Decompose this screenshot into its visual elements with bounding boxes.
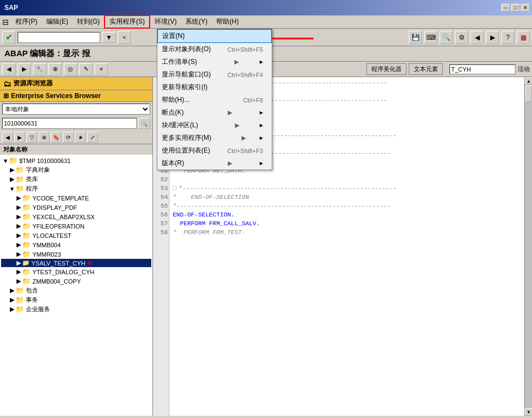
show-nav-label: 显示导航窗口(G)	[162, 70, 211, 79]
update-nav-label: 更新导航索引(I)	[162, 83, 207, 92]
show-obj-shortcut: Ctrl+Shift+F5	[227, 46, 263, 53]
utilities-dropdown-menu: 设置(N) 显示对象列表(O) Ctrl+Shift+F5 工作清单(S) ▶ …	[157, 29, 272, 170]
more-utils-label: 更多实用程序(M)	[162, 133, 211, 143]
usage-list-label: 使用位置列表(E)	[162, 146, 210, 155]
menu-item-update-nav[interactable]: 更新导航索引(I)	[157, 81, 272, 94]
version-label: 版本(R)	[162, 159, 184, 168]
settings-label: 设置(N)	[162, 31, 185, 41]
worklist-label: 工作清单(S)	[162, 57, 197, 67]
version-submenu-icon: ▶	[228, 160, 232, 167]
menu-item-block-buffer[interactable]: 块/缓冲区(L) ▶	[157, 119, 272, 132]
menu-item-breakpoint[interactable]: 断点(K) ▶	[157, 106, 272, 119]
breakpoint-submenu-icon: ▶	[228, 109, 232, 116]
app-wrapper: SAP ─ □ ✕ ⊟ 程序(P) 编辑(E) 转到(G) 实用程序(S) 环境…	[0, 0, 532, 418]
breakpoint-label: 断点(K)	[162, 108, 184, 117]
show-nav-shortcut: Ctrl+Shift+F4	[227, 72, 263, 78]
usage-list-shortcut: Ctrl+Shift+F3	[227, 148, 263, 154]
block-buffer-submenu-icon: ▶	[235, 122, 239, 129]
block-buffer-label: 块/缓冲区(L)	[162, 121, 198, 130]
menu-item-help[interactable]: 帮助(H)... Ctrl+F8	[157, 94, 272, 106]
help-label: 帮助(H)...	[162, 95, 190, 105]
menu-item-show-nav[interactable]: 显示导航窗口(G) Ctrl+Shift+F4	[157, 68, 272, 81]
menu-item-usage-list[interactable]: 使用位置列表(E) Ctrl+Shift+F3	[157, 144, 272, 157]
menu-item-settings[interactable]: 设置(N)	[157, 29, 272, 43]
menu-item-more-utils[interactable]: 更多实用程序(M) ▶	[157, 132, 272, 144]
menu-item-worklist[interactable]: 工作清单(S) ▶	[157, 56, 272, 68]
help-shortcut: Ctrl+F8	[243, 97, 263, 104]
show-obj-label: 显示对象列表(O)	[162, 45, 211, 54]
menu-item-version[interactable]: 版本(R) ▶	[157, 157, 272, 170]
menu-item-show-obj[interactable]: 显示对象列表(O) Ctrl+Shift+F5	[157, 43, 272, 56]
more-utils-submenu-icon: ▶	[242, 134, 246, 142]
menu-overlay[interactable]: 设置(N) 显示对象列表(O) Ctrl+Shift+F5 工作清单(S) ▶ …	[0, 0, 532, 418]
worklist-submenu-icon: ▶	[234, 58, 239, 66]
